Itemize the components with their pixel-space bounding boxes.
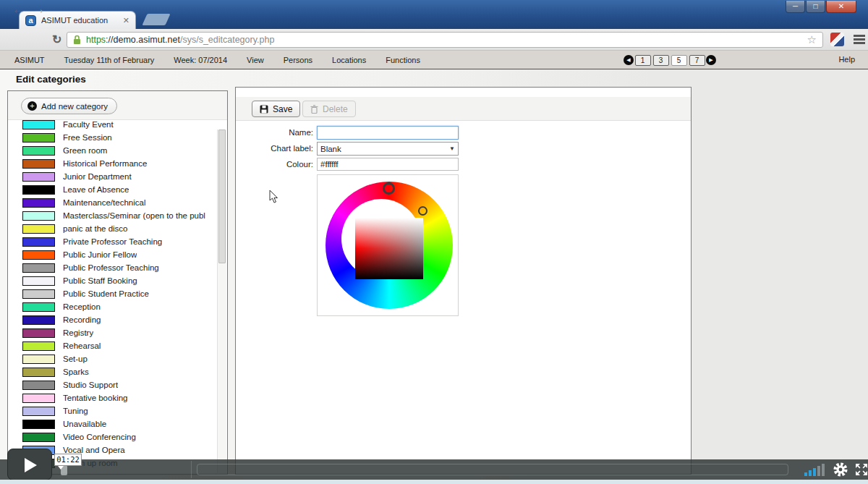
menu-item-tuesday-11th-of-february[interactable]: Tuesday 11th of February (64, 56, 155, 64)
category-color-swatch (22, 354, 55, 364)
category-row[interactable]: Sparks (8, 365, 216, 378)
category-row[interactable]: Rehearsal (8, 339, 216, 352)
menu-item-view[interactable]: View (247, 56, 264, 64)
chart-label-selected-value: Blank (320, 145, 341, 153)
category-label: Historical Performance (63, 159, 147, 168)
category-color-swatch (22, 198, 55, 208)
save-label: Save (273, 104, 292, 114)
category-label: Masterclass/Seminar (open to the publ (63, 211, 205, 220)
category-color-swatch (22, 407, 55, 416)
minimize-button[interactable]: ─ (786, 1, 805, 13)
category-row[interactable]: Private Professor Teaching (8, 235, 216, 248)
scrollbar-thumb[interactable] (218, 130, 226, 263)
category-row[interactable]: Masterclass/Seminar (open to the publ (8, 209, 216, 222)
category-label: panic at the disco (63, 224, 128, 233)
category-color-swatch (22, 224, 55, 234)
help-link[interactable]: Help (838, 55, 855, 64)
menu-item-locations[interactable]: Locations (332, 56, 366, 64)
category-row[interactable]: Leave of Absence (8, 183, 216, 196)
category-row[interactable]: Video Conferencing (8, 430, 216, 443)
category-row[interactable]: Historical Performance (8, 157, 216, 170)
chart-label-select[interactable]: Blank ▼ (317, 142, 459, 156)
category-row[interactable]: Unavailable (8, 417, 216, 430)
pager-page-1[interactable]: 1 (635, 55, 651, 66)
category-color-swatch (22, 433, 55, 442)
category-row[interactable]: Tuning (8, 404, 216, 417)
fullscreen-icon[interactable] (855, 463, 868, 476)
back-button[interactable]: ← (12, 1, 25, 17)
bottom-edge-strip (0, 480, 868, 484)
tooltip-caret (58, 466, 64, 470)
menu-item-functions[interactable]: Functions (386, 56, 420, 64)
category-row[interactable]: Public Professor Teaching (8, 261, 216, 274)
colour-input[interactable] (317, 158, 459, 171)
seek-bar[interactable] (197, 464, 788, 475)
menu-item-persons[interactable]: Persons (284, 56, 312, 64)
category-label: Public Junior Fellow (63, 250, 137, 259)
category-row[interactable]: Faculty Event (8, 120, 216, 131)
maximize-button[interactable]: □ (806, 1, 825, 13)
play-button[interactable] (7, 449, 52, 480)
category-label: Junior Department (63, 172, 132, 181)
category-list-scrollbar[interactable] (217, 130, 226, 473)
name-input[interactable] (317, 126, 459, 140)
volume-bars-icon[interactable] (804, 463, 827, 476)
pager-page-7[interactable]: 7 (689, 55, 705, 66)
saturation-value-square[interactable] (355, 218, 423, 279)
category-color-swatch (22, 302, 55, 312)
reload-button[interactable]: ↻ (52, 33, 61, 46)
category-color-swatch (22, 250, 55, 260)
category-label: Tuning (63, 407, 88, 415)
category-color-swatch (22, 237, 55, 247)
category-row[interactable]: Studio Support (8, 378, 216, 391)
mouse-cursor-icon (268, 190, 278, 204)
chevron-down-icon: ▼ (449, 145, 455, 152)
category-row[interactable]: Reception (8, 300, 216, 313)
category-row[interactable]: Set-up (8, 352, 216, 365)
pager-next-icon[interactable]: ▶ (706, 55, 716, 65)
add-new-category-button[interactable]: + Add new category (21, 98, 117, 114)
category-row[interactable]: Public Junior Fellow (8, 248, 216, 261)
address-bar[interactable]: https://demo.asimut.net/sys/s_editcatego… (67, 32, 823, 48)
category-row[interactable]: Free Session (8, 131, 216, 144)
gear-icon[interactable] (832, 461, 849, 478)
browser-menu-icon[interactable] (854, 35, 865, 46)
menu-item-week-07-2014[interactable]: Week: 07/2014 (174, 56, 227, 64)
tab-close-icon[interactable]: ✕ (123, 16, 129, 25)
menu-item-asimut[interactable]: ASIMUT (14, 56, 45, 64)
chart-label-field-label: Chart label: (236, 144, 313, 153)
category-label: Public Staff Booking (63, 276, 137, 285)
category-row[interactable]: Registry (8, 326, 216, 339)
category-row[interactable]: Public Student Practice (8, 287, 216, 300)
time-tooltip: 01:22 (54, 454, 82, 466)
pager-page-5[interactable]: 5 (671, 55, 687, 66)
saturation-marker-icon[interactable] (418, 206, 427, 216)
close-window-button[interactable]: ✕ (826, 1, 856, 13)
color-picker (317, 174, 459, 316)
add-new-category-label: Add new category (41, 102, 108, 111)
category-row[interactable]: Public Staff Booking (8, 274, 216, 287)
category-row[interactable]: Tentative booking (8, 391, 216, 404)
bookmark-star-icon[interactable]: ☆ (807, 33, 817, 46)
extension-icon[interactable] (830, 33, 844, 46)
category-color-swatch (22, 159, 55, 169)
week-pager: ◀ 1357 ▶ (624, 51, 716, 69)
pager-page-3[interactable]: 3 (653, 55, 669, 66)
category-row[interactable]: Green room (8, 144, 216, 157)
forward-button[interactable]: → (32, 1, 46, 17)
category-label: Green room (63, 146, 107, 155)
https-lock-icon (73, 35, 81, 45)
save-button[interactable]: Save (252, 101, 300, 117)
category-color-swatch (22, 289, 55, 299)
hue-marker-icon[interactable] (383, 182, 395, 195)
category-row[interactable]: Recording (8, 313, 216, 326)
category-row[interactable]: Maintenance/technical (8, 196, 216, 209)
tab-title: ASIMUT education (41, 16, 119, 25)
category-row[interactable]: panic at the disco (8, 222, 216, 235)
category-row[interactable]: Junior Department (8, 170, 216, 183)
category-color-swatch (22, 146, 55, 156)
category-panel: + Add new category Faculty EventFree Ses… (7, 90, 228, 475)
category-label: Studio Support (63, 381, 118, 389)
pager-prev-icon[interactable]: ◀ (624, 55, 634, 65)
delete-button[interactable]: Delete (302, 101, 356, 117)
